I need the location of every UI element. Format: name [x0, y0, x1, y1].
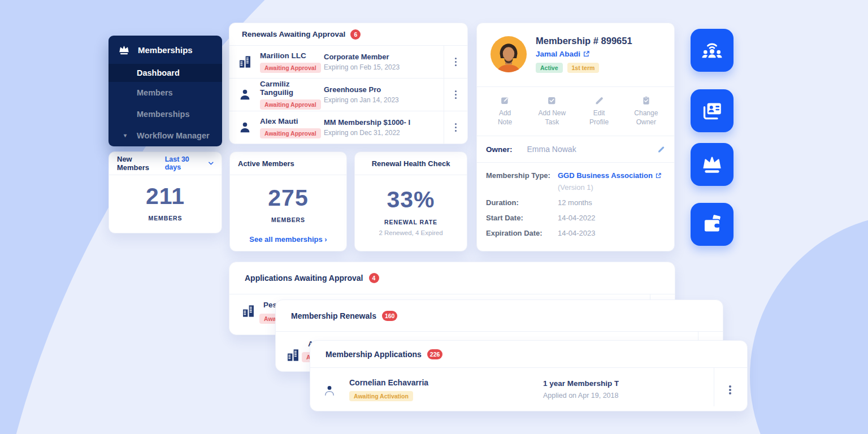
chevron-right-icon: ›	[324, 235, 327, 244]
sidebar-item-workflow-manager[interactable]: ▾ Workflow Manager	[108, 125, 222, 146]
owner-value: Emma Nowak	[527, 145, 576, 154]
membership-actions: Add Note Add New Task	[477, 86, 674, 136]
add-note-button[interactable]: Add Note	[481, 87, 528, 136]
membership-name: MM Membership $1000- I	[324, 118, 444, 127]
chevron-down-icon	[209, 162, 214, 165]
kebab-menu-icon	[455, 127, 457, 129]
detail-row-start-date: Start Date: 14-04-2022	[486, 214, 666, 222]
external-link-icon	[583, 51, 589, 57]
membership-detail-card: Membership # 899651 Jamal Abadi Active 1…	[476, 23, 675, 251]
id-card-icon	[700, 99, 724, 123]
row-menu-button[interactable]	[444, 111, 467, 144]
card-title: Active Members	[238, 159, 294, 168]
sidebar-item-memberships[interactable]: Memberships	[108, 103, 222, 125]
owner-row: Owner: Emma Nowak	[477, 136, 674, 163]
person-icon	[229, 111, 260, 144]
note-pencil-square-icon	[500, 96, 510, 105]
sidebar-header-label: Memberships	[138, 45, 193, 55]
status-badge: Active	[536, 63, 563, 73]
kebab-menu-icon	[455, 94, 457, 96]
edit-profile-button[interactable]: Edit Profile	[576, 87, 623, 136]
membership-dashboard: Memberships Dashboard Members Membership…	[0, 0, 868, 434]
person-icon	[323, 384, 336, 397]
edit-owner-button[interactable]	[657, 145, 665, 153]
renewal-row[interactable]: Marilion LLC Awaiting Approval Corporate…	[229, 46, 467, 78]
quick-action-billing-button[interactable]	[691, 203, 734, 246]
expiry-date: Expiring on Dec 31, 2022	[324, 129, 444, 137]
stat-value: 275	[230, 185, 346, 211]
card-title: Renewal Health Check	[372, 159, 450, 168]
see-all-memberships-link[interactable]: See all memberships ›	[230, 235, 346, 244]
wallet-icon	[701, 213, 723, 236]
count-badge: 4	[369, 273, 379, 283]
member-name: Alex Mauti	[260, 117, 324, 125]
quick-action-member-cards-button[interactable]	[691, 89, 734, 132]
application-row[interactable]: Cornelian Echavarria Awaiting Activation…	[310, 368, 747, 411]
crown-icon	[118, 44, 130, 56]
detail-row-membership-type: Membership Type: GGD Business Associatio…	[486, 171, 666, 192]
kebab-menu-icon	[729, 389, 731, 391]
stat-value: 211	[109, 183, 222, 210]
expiry-date: Expiring on Jan 14, 2023	[324, 96, 444, 104]
membership-type-link[interactable]: GGD Business Association	[558, 171, 661, 180]
stat-unit: RENEWAL RATE	[355, 219, 467, 225]
card-title: New Members	[117, 155, 165, 172]
status-badge: Awaiting Activation	[349, 391, 413, 401]
row-menu-button[interactable]	[444, 46, 467, 78]
avatar	[491, 36, 527, 72]
card-title: Membership Applications	[326, 350, 422, 359]
building-icon	[229, 46, 260, 78]
status-badge: Awaiting Approval	[260, 128, 321, 138]
quick-action-broadcast-members-button[interactable]	[691, 29, 734, 72]
membership-number-title: Membership # 899651	[536, 36, 632, 46]
membership-details: Membership Type: GGD Business Associatio…	[486, 171, 666, 244]
new-members-card: New Members Last 30 days 211 MEMBERS	[108, 151, 222, 233]
stat-unit: MEMBERS	[109, 215, 222, 222]
renewal-row[interactable]: Carmiliz Tanguilig Awaiting Approval Gre…	[229, 78, 467, 111]
row-menu-button[interactable]	[444, 79, 467, 111]
count-badge: 6	[350, 29, 361, 40]
card-title: Applications Awaiting Approval	[245, 274, 363, 283]
card-title: Renewals Awaiting Approval	[242, 30, 345, 38]
owner-label: Owner:	[486, 145, 513, 154]
external-link-icon	[656, 173, 661, 179]
card-title: Membership Renewals	[291, 311, 376, 320]
renewal-breakdown: 2 Renewed, 4 Expired	[355, 229, 467, 236]
count-badge: 226	[427, 349, 443, 359]
quick-action-memberships-button[interactable]	[691, 143, 734, 186]
add-new-task-button[interactable]: Add New Task	[528, 87, 575, 136]
broadcast-members-icon	[700, 38, 724, 62]
task-check-square-icon	[547, 96, 557, 105]
date-filter-dropdown[interactable]: Last 30 days	[165, 155, 214, 171]
count-badge: 160	[382, 311, 398, 321]
member-name: Cornelian Echavarria	[349, 378, 428, 387]
sidebar-header-memberships[interactable]: Memberships	[108, 36, 222, 64]
active-members-card: Active Members 275 MEMBERS See all membe…	[229, 151, 347, 251]
sidebar: Memberships Dashboard Members Membership…	[108, 36, 222, 146]
detail-row-duration: Duration: 12 months	[486, 198, 666, 207]
change-owner-button[interactable]: Change Owner	[623, 87, 670, 136]
row-menu-button[interactable]	[723, 383, 737, 397]
member-name: Marilion LLC	[260, 51, 324, 60]
stat-unit: MEMBERS	[230, 216, 346, 223]
sidebar-item-dashboard[interactable]: Dashboard	[108, 64, 222, 82]
status-badge: Awaiting Approval	[260, 99, 321, 110]
sidebar-item-members[interactable]: Members	[108, 82, 222, 103]
building-icon	[241, 303, 256, 319]
building-icon	[285, 348, 301, 363]
membership-type-version: (Version 1)	[558, 183, 661, 192]
crown-icon	[701, 153, 723, 176]
status-badge: Awaiting Approval	[260, 63, 321, 73]
renewal-row[interactable]: Alex Mauti Awaiting Approval MM Membersh…	[229, 111, 467, 144]
detail-row-expiration-date: Expiration Date: 14-04-2023	[486, 229, 666, 237]
term-badge: 1st term	[567, 63, 600, 73]
card-header: Renewals Awaiting Approval 6	[229, 23, 467, 46]
member-profile-link[interactable]: Jamal Abadi	[536, 50, 589, 58]
clipboard-check-icon	[641, 96, 651, 105]
membership-name: Corporate Member	[324, 53, 444, 61]
applied-date: Applied on Apr 19, 2018	[543, 392, 618, 400]
member-name: Carmiliz Tanguilig	[260, 80, 324, 97]
kebab-menu-icon	[455, 61, 457, 63]
caret-down-icon: ▾	[124, 132, 127, 138]
stat-value: 33%	[355, 186, 467, 213]
